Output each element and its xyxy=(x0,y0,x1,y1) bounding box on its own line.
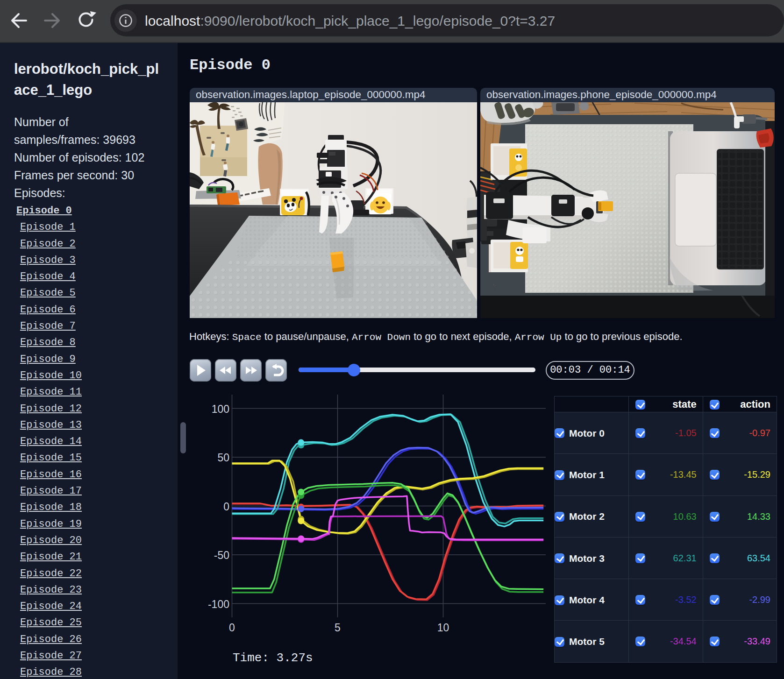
svg-text:-50: -50 xyxy=(214,549,229,561)
svg-text:50: 50 xyxy=(217,452,229,464)
svg-text:-100: -100 xyxy=(208,598,229,610)
svg-text:5: 5 xyxy=(335,622,341,634)
svg-text:10: 10 xyxy=(437,622,449,634)
svg-text:100: 100 xyxy=(212,403,229,415)
svg-text:0: 0 xyxy=(223,501,229,513)
svg-text:0: 0 xyxy=(229,622,235,634)
